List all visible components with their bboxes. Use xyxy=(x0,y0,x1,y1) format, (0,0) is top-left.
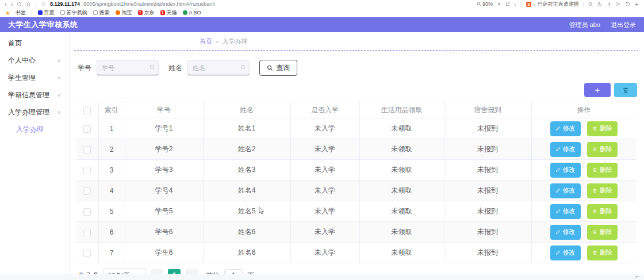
select-all-checkbox[interactable] xyxy=(83,107,91,114)
bookmark-favicon: T xyxy=(138,10,143,15)
history-icon[interactable] xyxy=(625,2,630,7)
pencil-icon xyxy=(555,167,561,172)
bookmark-item[interactable]: 百度 xyxy=(38,9,55,17)
bookmark-item[interactable]: T 京东 xyxy=(138,9,155,17)
sidebar-subitem-ruxuebanli[interactable]: 入学办理 xyxy=(0,121,69,138)
bookmark-item[interactable]: T 天猫 xyxy=(160,9,177,17)
share-icon[interactable] xyxy=(505,2,510,6)
query-button[interactable]: 查询 xyxy=(259,60,297,76)
cell-sushe: 未报到 xyxy=(444,243,531,263)
hot-search-box[interactable]: S ∨ 巴萨前主席遭逮捕 xyxy=(526,1,578,8)
sidebar-item-label: 个人中心 xyxy=(8,56,36,66)
search-icon[interactable] xyxy=(588,2,593,7)
sidebar-menu-item[interactable]: 学生管理 ∨ xyxy=(0,69,69,86)
header-index: 索引 xyxy=(98,102,125,118)
table-row: 7 学生6 姓名6 未入学 未领取 未报到 修改 xyxy=(76,243,636,263)
xingming-label: 姓名 xyxy=(168,63,182,73)
divider: | xyxy=(35,1,37,7)
cell-index: 7 xyxy=(98,243,125,263)
delete-button[interactable]: 删除 xyxy=(587,121,618,136)
home-icon[interactable] xyxy=(26,2,31,7)
add-button[interactable] xyxy=(584,83,611,97)
delete-button[interactable]: 删除 xyxy=(587,142,618,157)
cell-sushe: 未报到 xyxy=(444,181,531,201)
header-action: 操作 xyxy=(531,102,636,118)
back-button[interactable]: ‹ xyxy=(5,1,7,7)
chevron-down-icon[interactable]: ∨ xyxy=(514,2,516,6)
sidebar-menu-item[interactable]: 个人中心 ∨ xyxy=(0,52,69,69)
flash-icon[interactable] xyxy=(497,2,501,6)
cell-xuehao: 学生6 xyxy=(125,243,203,263)
delete-button-label: 删除 xyxy=(600,124,612,133)
logout-link[interactable]: 退出登录 xyxy=(611,21,636,29)
bottom-strip xyxy=(0,274,644,280)
sidebar-menu-item[interactable]: 入学办理管理 ∧ xyxy=(0,103,69,121)
bookmark-label: 淘宝 xyxy=(122,9,132,17)
refresh-icon[interactable] xyxy=(17,2,22,7)
cell-xuehao: 学号6 xyxy=(125,222,203,243)
bookmark-star-icon[interactable]: ☆ xyxy=(41,1,46,7)
edit-button[interactable]: 修改 xyxy=(550,163,581,178)
bookmarks-star-icon[interactable]: ★ xyxy=(5,10,10,16)
sidebar: 首页 个人中心 ∨ 学生管理 ∨ 学籍信息管理 ∨ xyxy=(0,32,69,280)
hot-search-text: 巴萨前主席遭逮捕 xyxy=(537,1,578,8)
bookmark-item[interactable]: 苏宁易购 xyxy=(60,9,87,17)
row-checkbox[interactable] xyxy=(83,229,91,236)
delete-button[interactable]: 删除 xyxy=(587,225,618,240)
address-bar[interactable]: 8.129.11.174:9005/springboot1hme0/admin/… xyxy=(50,1,215,7)
bookmark-item[interactable]: A BO xyxy=(183,10,201,16)
edit-button[interactable]: 修改 xyxy=(550,225,581,240)
cell-xuehao: 学号5 xyxy=(125,201,203,222)
delete-button[interactable]: 删除 xyxy=(587,183,618,198)
pencil-icon xyxy=(555,188,561,193)
edit-button[interactable]: 修改 xyxy=(550,246,581,260)
delete-button[interactable]: 删除 xyxy=(587,246,618,260)
delete-button-label: 删除 xyxy=(600,207,612,216)
table-row: 5 学号5 姓名5 未入学 未领取 未报到 修改 xyxy=(76,201,636,222)
edit-button[interactable]: 修改 xyxy=(550,142,581,157)
header-xingming: 姓名 xyxy=(203,102,290,118)
breadcrumb-home-link[interactable]: 首页 xyxy=(200,37,212,46)
bookmark-label: 百度 xyxy=(44,9,55,17)
row-checkbox[interactable] xyxy=(83,208,91,216)
cell-sushe: 未报到 xyxy=(444,118,531,139)
delete-button[interactable]: 删除 xyxy=(587,204,618,219)
breadcrumb-current: 入学办理 xyxy=(223,37,248,46)
bookmark-item[interactable]: 淘宝 xyxy=(116,9,132,17)
row-checkbox[interactable] xyxy=(83,125,91,133)
edit-button-label: 修改 xyxy=(563,145,576,154)
row-checkbox[interactable] xyxy=(83,187,91,195)
cell-shenghuo: 未领取 xyxy=(359,139,444,160)
row-checkbox[interactable] xyxy=(83,250,91,257)
edit-button[interactable]: 修改 xyxy=(550,204,581,219)
sidebar-item-label: 学生管理 xyxy=(8,73,36,83)
forward-button[interactable]: › xyxy=(11,1,13,7)
new-tab-icon[interactable] xyxy=(634,2,639,7)
download-icon[interactable] xyxy=(607,2,612,7)
header-shenghuo: 生活用品领取 xyxy=(359,102,444,118)
table-row: 1 学号1 姓名1 未入学 未领取 未报到 修改 xyxy=(76,118,636,139)
edit-button[interactable]: 修改 xyxy=(550,121,581,136)
table-actions xyxy=(74,83,637,97)
bookmark-label: A BO xyxy=(189,10,201,16)
edit-button[interactable]: 修改 xyxy=(550,183,581,198)
table-row: 4 学号4 姓名4 未入学 未领取 未报到 修改 xyxy=(76,181,636,201)
bookmark-item[interactable]: 搜索 xyxy=(93,9,110,17)
chevron-down-icon: ∨ xyxy=(533,2,535,6)
row-checkbox[interactable] xyxy=(83,146,91,154)
sidebar-menu-item[interactable]: 学籍信息管理 ∨ xyxy=(0,86,69,103)
bookmark-label: 京东 xyxy=(144,9,155,17)
delete-button[interactable]: 删除 xyxy=(587,163,618,178)
dashed-divider xyxy=(74,50,638,51)
bookmark-favicon: T xyxy=(160,10,165,15)
table-row: 3 学号3 姓名3 未入学 未领取 未报到 修改 xyxy=(76,160,636,181)
row-checkbox[interactable] xyxy=(83,167,91,174)
batch-delete-button[interactable] xyxy=(614,83,637,97)
screenshot-icon[interactable] xyxy=(616,2,621,7)
cell-index: 2 xyxy=(98,139,125,160)
trash-icon xyxy=(622,87,629,94)
sidebar-menu-item[interactable]: 首页 xyxy=(0,34,69,52)
delete-button-label: 删除 xyxy=(600,228,612,236)
zoom-control[interactable]: 90% xyxy=(477,1,493,7)
night-mode-icon[interactable] xyxy=(597,2,603,7)
